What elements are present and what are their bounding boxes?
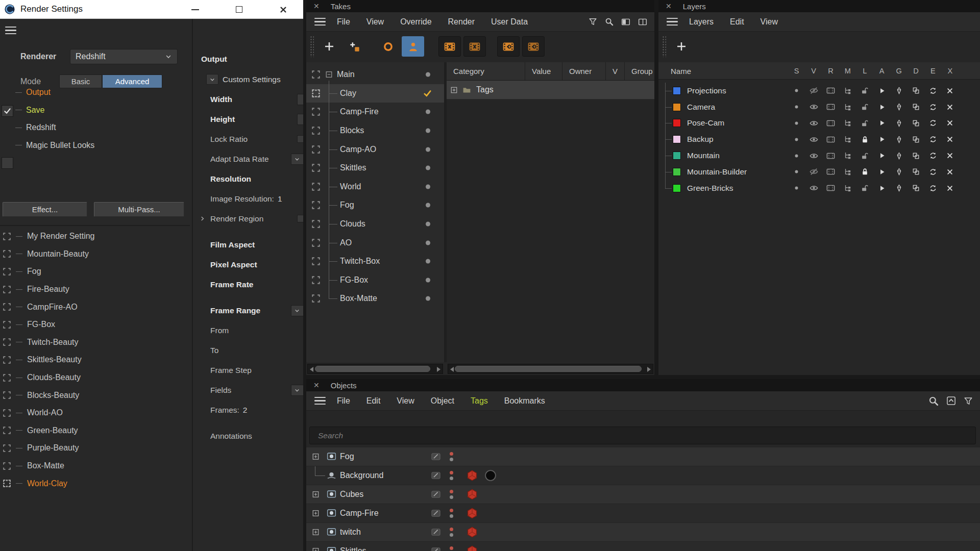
new-take-button[interactable] — [318, 36, 340, 57]
panel-close-icon[interactable]: ✕ — [666, 2, 672, 10]
take-override-icon[interactable] — [311, 182, 321, 191]
pencil-box-icon[interactable] — [430, 452, 442, 461]
take-state-dot[interactable] — [426, 147, 430, 152]
close-button[interactable] — [274, 0, 292, 19]
take-row[interactable]: World — [306, 178, 444, 196]
output-param-row[interactable]: Film Aspect — [193, 235, 303, 255]
render-visibility-dot[interactable] — [450, 533, 453, 537]
object-row[interactable]: Cubes — [306, 485, 980, 504]
expand-plus-icon[interactable] — [312, 491, 319, 498]
expand-plus-icon[interactable] — [312, 529, 319, 536]
window-titlebar[interactable]: Render Settings — [0, 0, 303, 19]
object-row[interactable]: Skittles — [306, 542, 980, 551]
take-state-dot[interactable] — [426, 129, 430, 133]
deformers-toggle[interactable] — [908, 83, 924, 99]
toolbar-grip[interactable] — [310, 36, 314, 57]
visibility-dots[interactable] — [450, 471, 453, 480]
layout-icon[interactable] — [638, 17, 647, 27]
output-param-row[interactable]: Width — [193, 89, 303, 109]
expressions-toggle[interactable] — [924, 83, 941, 99]
render-preset-row[interactable]: Fire-Beauty — [0, 281, 190, 298]
view-toggle[interactable] — [805, 115, 822, 132]
renderer-dropdown[interactable]: Redshift — [70, 49, 178, 64]
expressions-toggle[interactable] — [924, 180, 941, 196]
xref-toggle[interactable] — [942, 99, 959, 115]
red-material-tag-icon[interactable] — [467, 545, 478, 551]
lock-toggle[interactable] — [856, 99, 873, 115]
output-param-row[interactable] — [193, 294, 303, 300]
object-name[interactable]: Skittles — [340, 546, 366, 551]
generators-toggle[interactable] — [890, 147, 907, 164]
take-state-dot[interactable] — [426, 184, 430, 189]
xref-toggle[interactable] — [942, 180, 959, 196]
render-active-icon[interactable] — [3, 320, 11, 329]
objects-menu-item[interactable]: View — [388, 396, 422, 406]
lock-toggle[interactable] — [856, 131, 873, 147]
layers-titlebar[interactable]: ✕ Layers — [658, 0, 980, 12]
deformers-toggle[interactable] — [908, 115, 924, 132]
take-state-dot[interactable] — [426, 110, 430, 114]
object-name[interactable]: Camp-Fire — [340, 509, 379, 518]
lock-toggle[interactable] — [856, 180, 873, 196]
take-row[interactable]: Skittles — [306, 159, 444, 178]
column-header-value[interactable]: Value — [525, 62, 562, 80]
takes-titlebar[interactable]: ✕ Takes — [306, 0, 654, 12]
expander-chevron-icon[interactable] — [199, 215, 206, 222]
render-preset-row[interactable]: FG-Box — [0, 316, 190, 334]
pencil-box-icon[interactable] — [430, 546, 442, 551]
output-param-row[interactable]: Frames: 2 — [193, 400, 303, 420]
search-input[interactable] — [310, 427, 975, 444]
layers-menu-item[interactable]: View — [752, 17, 786, 27]
view-toggle[interactable] — [805, 83, 822, 99]
lock-toggle[interactable] — [856, 164, 873, 180]
object-search[interactable] — [309, 427, 976, 444]
layers-menu-item[interactable]: Layers — [681, 17, 722, 27]
tags-group-row[interactable]: Tags — [447, 81, 654, 99]
generators-toggle[interactable] — [890, 83, 907, 99]
animation-toggle[interactable] — [873, 147, 890, 164]
output-param-row[interactable]: Frame Range — [193, 300, 303, 320]
panel-close-icon[interactable]: ✕ — [313, 381, 320, 389]
take-row[interactable]: Fog — [306, 196, 444, 215]
solo-toggle[interactable] — [788, 180, 805, 196]
take-state-dot[interactable] — [426, 203, 430, 208]
take-row[interactable]: Box-Matte — [306, 289, 444, 308]
layer-row[interactable]: Backup — [658, 131, 980, 147]
filter-icon[interactable] — [964, 396, 973, 406]
hamburger-icon[interactable] — [314, 18, 326, 26]
render-visibility-dot[interactable] — [450, 477, 453, 480]
hamburger-icon[interactable] — [314, 397, 326, 405]
column-header-category[interactable]: Category — [447, 62, 525, 80]
lock-toggle[interactable] — [856, 147, 873, 164]
render-all-takes-button[interactable] — [522, 36, 545, 57]
take-state-dot[interactable] — [426, 166, 430, 170]
output-param-row[interactable]: Pixel Aspect — [193, 255, 303, 274]
take-state-dot[interactable] — [426, 222, 430, 227]
visibility-dots[interactable] — [450, 452, 453, 461]
take-override-icon[interactable] — [311, 89, 321, 98]
toolbar-grip[interactable] — [662, 36, 666, 57]
layers-menu-item[interactable]: Edit — [722, 17, 752, 27]
render-preset-row[interactable]: Blocks-Beauty — [0, 386, 190, 404]
save-enable-checkbox[interactable] — [2, 105, 13, 117]
render-active-icon[interactable] — [3, 285, 11, 294]
new-child-take-button[interactable] — [343, 36, 365, 57]
effect-button[interactable]: Effect... — [3, 202, 87, 217]
objects-menu-item[interactable]: Object — [423, 396, 462, 406]
takes-tree-hscrollbar[interactable] — [307, 364, 443, 374]
objects-menu-item[interactable]: Edit — [358, 396, 389, 406]
output-param-row[interactable]: Annotations — [193, 426, 303, 446]
render-active-icon[interactable] — [3, 232, 11, 241]
expressions-toggle[interactable] — [924, 115, 941, 132]
scroll-right-arrow[interactable] — [437, 367, 440, 372]
render-active-icon[interactable] — [3, 249, 11, 258]
render-marked-takes-pv-button[interactable] — [438, 36, 461, 57]
settings-menu-button[interactable] — [5, 27, 16, 34]
layer-name[interactable]: Mountain — [687, 151, 720, 160]
xref-toggle[interactable] — [942, 131, 959, 147]
param-widget[interactable] — [297, 114, 303, 125]
take-override-icon[interactable] — [311, 238, 321, 247]
red-material-tag-icon[interactable] — [467, 508, 478, 519]
objects-titlebar[interactable]: ✕ Objects — [306, 379, 980, 391]
render-preset-row[interactable]: Skittles-Beauty — [0, 351, 190, 369]
